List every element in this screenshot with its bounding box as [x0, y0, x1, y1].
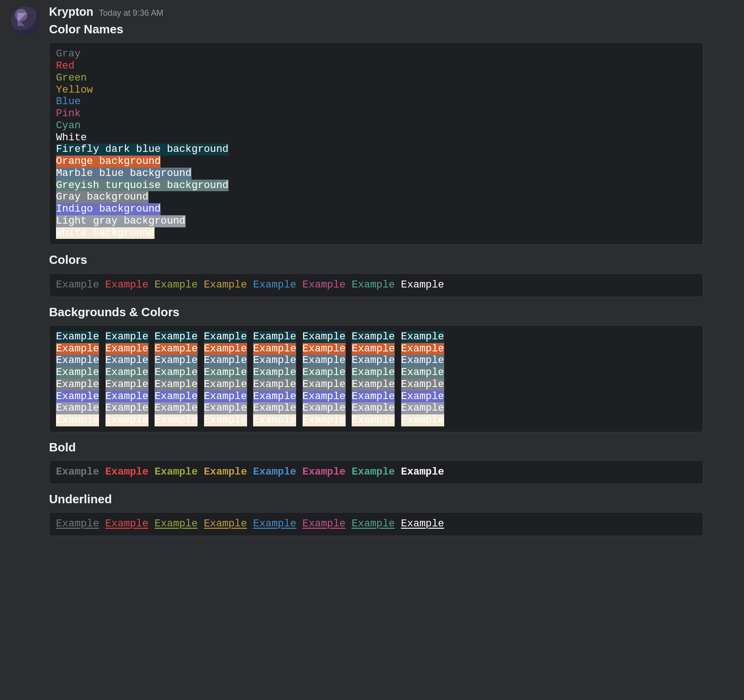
example-bold-blue: Example: [253, 466, 296, 478]
example-firefly-blue: Example: [253, 331, 296, 343]
example-white-pink: Example: [303, 414, 346, 426]
color-name-bg-lightgray: Light gray background: [56, 215, 186, 227]
example-orange-cyan: Example: [352, 343, 395, 355]
example-indigo-red: Example: [105, 391, 149, 403]
example-green: Example: [155, 279, 198, 291]
example-red: Example: [105, 279, 149, 291]
example-white-blue: Example: [253, 414, 296, 426]
code-block-bold[interactable]: ExampleExampleExampleExampleExampleExamp…: [49, 460, 703, 484]
color-name-fg-pink: Pink: [56, 108, 81, 120]
example-bold-gray: Example: [56, 466, 99, 478]
example-white-red: Example: [105, 414, 149, 426]
example-turquoise-gray: Example: [56, 367, 99, 379]
example-marble-pink: Example: [303, 355, 346, 367]
example-orange-white: Example: [401, 343, 444, 355]
example-underline-cyan: Example: [352, 518, 395, 530]
section-heading-color-names: Color Names: [49, 21, 703, 38]
example-gray-red: Example: [105, 379, 149, 391]
color-name-bg-firefly: Firefly dark blue background: [56, 144, 229, 156]
section-heading-bold: Bold: [49, 439, 703, 456]
example-indigo-blue: Example: [253, 391, 296, 403]
example-bold-pink: Example: [303, 466, 346, 478]
example-underline-white: Example: [401, 518, 444, 530]
color-name-fg-yellow: Yellow: [56, 84, 93, 96]
example-turquoise-cyan: Example: [352, 367, 395, 379]
message-header: Krypton Today at 9:36 AM: [49, 4, 703, 20]
username[interactable]: Krypton: [49, 4, 93, 20]
example-turquoise-pink: Example: [303, 367, 346, 379]
example-indigo-cyan: Example: [352, 391, 395, 403]
example-gray: Example: [56, 279, 99, 291]
example-orange-red: Example: [105, 343, 149, 355]
example-firefly-yellow: Example: [204, 331, 247, 343]
example-blue: Example: [253, 279, 296, 291]
example-marble-blue: Example: [253, 355, 296, 367]
example-indigo-green: Example: [155, 391, 198, 403]
example-firefly-white: Example: [401, 331, 444, 343]
example-indigo-gray: Example: [56, 391, 99, 403]
example-white-cyan: Example: [352, 414, 395, 426]
example-indigo-yellow: Example: [204, 391, 247, 403]
color-name-bg-turquoise: Greyish turquoise background: [56, 180, 229, 192]
example-turquoise-green: Example: [155, 367, 198, 379]
timestamp: Today at 9:36 AM: [99, 7, 163, 19]
code-block-color-names[interactable]: GrayRedGreenYellowBluePinkCyanWhiteFiref…: [49, 42, 703, 245]
example-white-green: Example: [155, 414, 198, 426]
avatar[interactable]: [11, 6, 40, 35]
color-name-fg-cyan: Cyan: [56, 120, 81, 132]
color-name-fg-red: Red: [56, 60, 74, 72]
example-gray-gray: Example: [56, 379, 99, 391]
section-heading-colors: Colors: [49, 251, 703, 268]
color-name-fg-white: White: [56, 132, 87, 144]
example-underline-red: Example: [105, 518, 149, 530]
color-name-bg-marble: Marble blue background: [56, 168, 192, 180]
example-underline-yellow: Example: [204, 518, 247, 530]
example-underline-green: Example: [155, 518, 198, 530]
color-name-bg-indigo: Indigo background: [56, 203, 161, 215]
example-orange-gray: Example: [56, 343, 99, 355]
example-orange-pink: Example: [303, 343, 346, 355]
example-lightgray-green: Example: [155, 402, 198, 414]
code-block-colors[interactable]: ExampleExampleExampleExampleExampleExamp…: [49, 273, 703, 297]
example-underline-pink: Example: [303, 518, 346, 530]
example-lightgray-red: Example: [105, 402, 149, 414]
section-heading-bg-colors: Backgrounds & Colors: [49, 304, 703, 320]
example-gray-yellow: Example: [204, 379, 247, 391]
example-bold-red: Example: [105, 466, 149, 478]
example-turquoise-white: Example: [401, 367, 444, 379]
code-block-bg-colors[interactable]: ExampleExampleExampleExampleExampleExamp…: [49, 325, 703, 432]
example-bold-green: Example: [155, 466, 198, 478]
color-name-fg-green: Green: [56, 72, 87, 84]
example-lightgray-gray: Example: [56, 402, 99, 414]
example-lightgray-cyan: Example: [352, 402, 395, 414]
example-firefly-cyan: Example: [352, 331, 395, 343]
color-name-fg-blue: Blue: [56, 96, 81, 108]
example-bold-yellow: Example: [204, 466, 247, 478]
example-marble-green: Example: [155, 355, 198, 367]
example-turquoise-blue: Example: [253, 367, 296, 379]
example-underline-blue: Example: [253, 518, 296, 530]
example-white: Example: [401, 279, 444, 291]
example-marble-white: Example: [401, 355, 444, 367]
example-white-gray: Example: [56, 414, 99, 426]
example-indigo-white: Example: [401, 391, 444, 403]
example-marble-red: Example: [105, 355, 149, 367]
example-gray-green: Example: [155, 379, 198, 391]
example-underline-gray: Example: [56, 518, 99, 530]
example-turquoise-red: Example: [105, 367, 149, 379]
example-bold-white: Example: [401, 466, 444, 478]
example-firefly-gray: Example: [56, 331, 99, 343]
example-orange-blue: Example: [253, 343, 296, 355]
example-yellow: Example: [204, 279, 247, 291]
example-lightgray-blue: Example: [253, 402, 296, 414]
example-white-yellow: Example: [204, 414, 247, 426]
example-firefly-green: Example: [155, 331, 198, 343]
color-name-bg-white: White background: [56, 227, 155, 239]
color-name-bg-gray: Gray background: [56, 191, 149, 203]
example-marble-gray: Example: [56, 355, 99, 367]
example-lightgray-yellow: Example: [204, 402, 247, 414]
section-heading-underlined: Underlined: [49, 491, 703, 507]
code-block-underlined[interactable]: ExampleExampleExampleExampleExampleExamp…: [49, 512, 703, 536]
example-lightgray-pink: Example: [303, 402, 346, 414]
color-name-fg-gray: Gray: [56, 48, 81, 60]
